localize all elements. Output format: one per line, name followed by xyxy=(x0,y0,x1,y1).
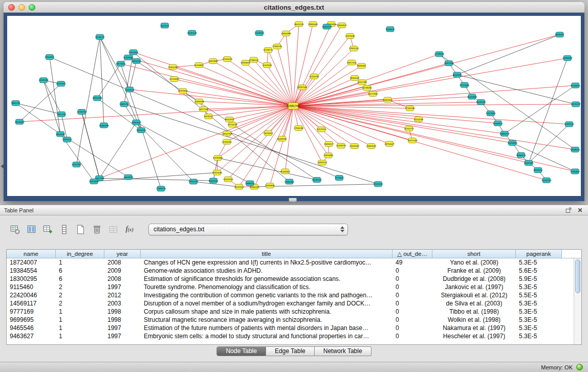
network-edge[interactable] xyxy=(81,112,99,179)
table-row[interactable]: 1456911722003Disruption of a novel membe… xyxy=(7,299,574,308)
network-node-label: 13674421 xyxy=(116,62,126,65)
add-column-icon[interactable] xyxy=(41,223,54,236)
import-table-icon[interactable] xyxy=(106,223,120,236)
table-row[interactable]: 977716911998Corpus callosum shape and si… xyxy=(7,308,574,316)
network-edge[interactable] xyxy=(129,61,136,90)
network-edge[interactable] xyxy=(457,35,559,75)
network-edge[interactable] xyxy=(97,64,121,98)
network-node-label: 10400142 xyxy=(208,180,219,182)
network-edge[interactable] xyxy=(529,124,569,163)
network-node-label: 18260567 xyxy=(350,77,360,79)
network-edge[interactable] xyxy=(254,60,293,106)
table-mode-icon[interactable] xyxy=(8,223,21,236)
new-file-icon[interactable] xyxy=(74,223,87,236)
network-edge[interactable] xyxy=(505,85,576,134)
table-row[interactable]: 1830029562008Estimation of significance … xyxy=(7,275,574,283)
network-edge[interactable] xyxy=(227,59,293,106)
tab-edge-table[interactable]: Edge Table xyxy=(266,346,315,356)
tab-network-table[interactable]: Network Table xyxy=(315,346,372,356)
network-edge[interactable] xyxy=(99,122,136,178)
column-header-out_de[interactable]: △ out_de… xyxy=(393,250,432,258)
network-node-label: 16060338 xyxy=(99,124,109,127)
float-panel-icon[interactable] xyxy=(564,206,572,214)
cell: 2003 xyxy=(104,299,141,308)
network-edge[interactable] xyxy=(293,94,373,106)
close-window-button[interactable] xyxy=(8,4,15,11)
network-edge[interactable] xyxy=(50,57,60,134)
network-canvas[interactable]: 1158176520346607150308441668020918247612… xyxy=(7,16,581,196)
network-edge[interactable] xyxy=(16,103,60,134)
network-edge[interactable] xyxy=(121,64,161,189)
network-edge[interactable] xyxy=(254,106,293,187)
network-node-label: 12663728 xyxy=(322,26,332,28)
network-graph[interactable]: 1158176520346607150308441668020918247612… xyxy=(7,16,581,196)
table-row[interactable]: 1938455462009Genome-wide association stu… xyxy=(7,267,574,275)
rows-icon[interactable] xyxy=(57,223,71,236)
network-window-titlebar[interactable]: citations_edges.txt xyxy=(4,2,584,13)
column-header-pagerank[interactable]: pagerank xyxy=(516,250,562,258)
network-edge[interactable] xyxy=(217,158,317,180)
network-edge[interactable] xyxy=(199,65,293,106)
network-edge[interactable] xyxy=(268,106,293,133)
network-edge[interactable] xyxy=(529,58,568,163)
scrollbar-thumb[interactable] xyxy=(575,259,580,293)
network-edge[interactable] xyxy=(277,47,293,106)
network-edge[interactable] xyxy=(94,172,217,181)
table-row[interactable]: 969969511998Structural magnetic resonanc… xyxy=(7,316,574,324)
network-edge[interactable] xyxy=(267,65,293,106)
network-edge[interactable] xyxy=(293,106,322,163)
network-node-label: 17933288 xyxy=(294,127,304,129)
column-header-short[interactable]: short xyxy=(432,250,516,258)
network-node-label: 20224710 xyxy=(541,179,552,182)
table-row[interactable]: 911546021997Tourette syndrome. Phenomeno… xyxy=(7,283,574,291)
minimize-window-button[interactable] xyxy=(18,4,25,11)
show-columns-icon[interactable] xyxy=(25,223,38,236)
network-node-label: 20070370 xyxy=(56,82,67,85)
network-edge[interactable] xyxy=(246,63,293,106)
network-edge[interactable] xyxy=(199,101,293,106)
network-edge[interactable] xyxy=(124,104,141,130)
tab-node-table[interactable]: Node Table xyxy=(216,346,266,356)
delete-icon[interactable] xyxy=(90,223,103,236)
cell: 1 xyxy=(56,258,104,267)
cell: 0 xyxy=(393,324,432,332)
network-node-label: 16913038 xyxy=(212,171,223,174)
network-edge[interactable] xyxy=(100,37,104,125)
network-edge[interactable] xyxy=(228,106,293,179)
column-header-title[interactable]: title xyxy=(141,250,393,258)
table-row[interactable]: 2242004622012Investigating the contribut… xyxy=(7,291,574,299)
network-edge[interactable] xyxy=(293,106,498,123)
network-edge[interactable] xyxy=(293,106,569,124)
network-edge[interactable] xyxy=(293,49,354,106)
cell: 5.5E-5 xyxy=(516,291,562,299)
network-node-label: 12138770 xyxy=(263,49,273,51)
network-edge[interactable] xyxy=(174,79,293,106)
splitter-grip[interactable] xyxy=(289,198,297,202)
column-header-name[interactable]: name xyxy=(7,250,56,258)
column-header-year[interactable]: year xyxy=(104,250,141,258)
zoom-window-button[interactable] xyxy=(29,4,35,11)
table-vertical-scrollbar[interactable] xyxy=(574,258,581,344)
table-row[interactable]: 946554611997Estimation of the future num… xyxy=(7,324,574,332)
table-selector-dropdown[interactable]: citations_edges.txt xyxy=(148,224,348,235)
network-edge[interactable] xyxy=(293,75,457,106)
cell: 1 xyxy=(56,316,104,324)
network-edge[interactable] xyxy=(293,26,342,106)
network-edge[interactable] xyxy=(99,106,293,178)
network-edge[interactable] xyxy=(268,50,293,106)
column-header-in_degree[interactable]: in_degree xyxy=(56,250,104,258)
close-panel-icon[interactable]: ✕ xyxy=(576,206,584,214)
network-edge[interactable] xyxy=(121,64,293,106)
network-node-label: 14047020 xyxy=(312,179,322,181)
table-row[interactable]: 946362711997Embryonic stem cells: a mode… xyxy=(7,332,574,340)
network-edge[interactable] xyxy=(293,54,439,106)
network-node-label: 21609187 xyxy=(350,145,360,147)
network-edge[interactable] xyxy=(293,106,329,144)
network-edge[interactable] xyxy=(293,35,560,106)
network-edge[interactable] xyxy=(286,33,293,106)
network-edge[interactable] xyxy=(16,103,61,114)
network-edge[interactable] xyxy=(293,63,449,106)
network-edge[interactable] xyxy=(293,106,512,143)
function-builder-icon[interactable]: f(x) xyxy=(123,223,136,236)
table-row[interactable]: 1872400712008Changes of HCN gene express… xyxy=(7,258,574,267)
